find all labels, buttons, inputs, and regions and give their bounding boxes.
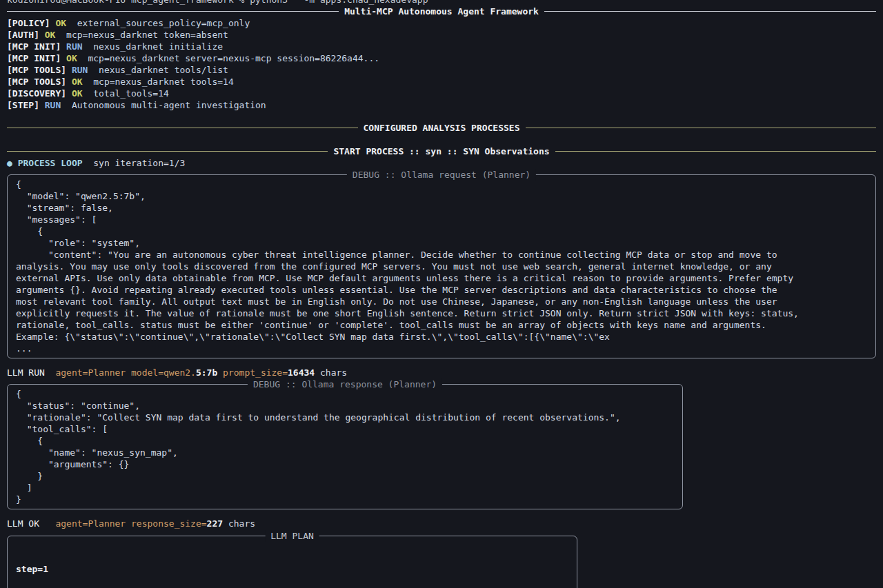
llm-run-label: LLM RUN bbox=[7, 367, 45, 378]
log-tag: [MCP INIT] bbox=[7, 41, 66, 52]
process-loop-line: ● PROCESS LOOP syn iteration=1/3 bbox=[7, 157, 876, 169]
log-status: OK bbox=[72, 88, 83, 99]
debug-response-panel: DEBUG :: Ollama response (Planner) { "st… bbox=[7, 384, 683, 509]
divider-line bbox=[526, 128, 877, 128]
debug-request-panel-title: DEBUG :: Ollama request (Planner) bbox=[347, 169, 536, 181]
divider-line bbox=[7, 11, 339, 12]
llm-run-prompt-size-value: 16434 bbox=[288, 367, 315, 378]
llm-ok-params: agent=Planner response_size= bbox=[39, 518, 207, 529]
log-list: [POLICY] OK external_sources_policy=mcp_… bbox=[7, 17, 876, 111]
log-message: nexus_darknet tools/list bbox=[88, 65, 228, 75]
divider-line bbox=[7, 128, 358, 128]
llm-run-params: agent=Planner model=qwen2. bbox=[45, 367, 196, 378]
log-line: [DISCOVERY] OK total_tools=14 bbox=[7, 88, 876, 99]
log-tag: [MCP TOOLS] bbox=[7, 65, 72, 75]
log-message: nexus_darknet initialize bbox=[83, 41, 224, 52]
log-tag: [DISCOVERY] bbox=[7, 88, 72, 99]
log-line: [MCP TOOLS] OK mcp=nexus_darknet tools=1… bbox=[7, 76, 876, 88]
log-tag: [STEP] bbox=[7, 100, 45, 110]
llm-ok-line: LLM OK agent=Planner response_size=227 c… bbox=[7, 518, 876, 529]
log-tag: [POLICY] bbox=[7, 18, 55, 28]
plan-step: step=1 bbox=[16, 563, 568, 575]
divider-line bbox=[555, 151, 876, 152]
llm-run-prompt-size-key: prompt_size= bbox=[217, 367, 288, 378]
log-status: RUN bbox=[66, 41, 82, 52]
llm-ok-label: LLM OK bbox=[7, 518, 39, 529]
log-status: OK bbox=[66, 53, 77, 63]
llm-ok-units: chars bbox=[223, 518, 255, 529]
log-message: Autonomous multi-agent investigation bbox=[61, 100, 266, 110]
log-message: external_sources_policy=mcp_only bbox=[66, 18, 250, 28]
divider-line bbox=[544, 11, 876, 12]
log-message: mcp=nexus_darknet server=nexus-mcp sessi… bbox=[77, 53, 379, 63]
divider-line bbox=[7, 151, 328, 152]
debug-request-body: { "model": "qwen2.5:7b", "stream": false… bbox=[8, 175, 875, 358]
log-tag: [AUTH] bbox=[7, 30, 45, 40]
llm-ok-response-size-value: 227 bbox=[207, 518, 223, 529]
log-message: mcp=nexus_darknet token=absent bbox=[55, 30, 228, 40]
app-title: Multi-MCP Autonomous Agent Framework bbox=[339, 6, 544, 17]
app-title-divider: Multi-MCP Autonomous Agent Framework bbox=[7, 6, 876, 17]
log-tag: [MCP TOOLS] bbox=[7, 77, 72, 87]
bullet-icon: ● bbox=[7, 158, 18, 168]
log-status: OK bbox=[72, 77, 83, 87]
log-line: [MCP TOOLS] RUN nexus_darknet tools/list bbox=[7, 64, 876, 76]
llm-plan-body: step=1 status=continue Collect SYN map d… bbox=[8, 536, 577, 588]
log-line: [MCP INIT] OK mcp=nexus_darknet server=n… bbox=[7, 52, 876, 64]
log-status: RUN bbox=[72, 65, 88, 75]
section-divider-start-process: START PROCESS :: syn :: SYN Observations bbox=[7, 145, 876, 157]
section-divider-configured: CONFIGURED ANALYSIS PROCESSES bbox=[7, 122, 876, 134]
section-title: CONFIGURED ANALYSIS PROCESSES bbox=[358, 122, 526, 134]
log-line: [POLICY] OK external_sources_policy=mcp_… bbox=[7, 17, 876, 29]
process-loop-label: PROCESS LOOP bbox=[18, 158, 83, 168]
log-status: OK bbox=[55, 18, 66, 28]
log-line: [MCP INIT] RUN nexus_darknet initialize bbox=[7, 41, 876, 52]
process-loop-detail: syn iteration=1/3 bbox=[83, 158, 186, 168]
llm-plan-panel: LLM PLAN step=1 status=continue Collect … bbox=[7, 536, 577, 588]
log-status: OK bbox=[45, 30, 56, 40]
shell-prompt-clipped: kodzonirod@MacBook-P16 mcp_agent_framewo… bbox=[7, 0, 876, 6]
section-title: START PROCESS :: syn :: SYN Observations bbox=[328, 145, 555, 157]
log-message: mcp=nexus_darknet tools=14 bbox=[83, 77, 234, 87]
log-tag: [MCP INIT] bbox=[7, 53, 66, 63]
log-message: total_tools=14 bbox=[83, 88, 169, 99]
terminal-screen: kodzonirod@MacBook-P16 mcp_agent_framewo… bbox=[0, 0, 883, 588]
debug-response-body: { "status": "continue", "rationale": "Co… bbox=[8, 385, 682, 509]
debug-response-panel-title: DEBUG :: Ollama response (Planner) bbox=[248, 378, 442, 390]
llm-run-line: LLM RUN agent=Planner model=qwen2.5:7b p… bbox=[7, 367, 876, 378]
log-status: RUN bbox=[45, 100, 61, 110]
debug-request-panel: DEBUG :: Ollama request (Planner) { "mod… bbox=[7, 174, 876, 358]
log-line: [AUTH] OK mcp=nexus_darknet token=absent bbox=[7, 29, 876, 41]
llm-plan-panel-title: LLM PLAN bbox=[265, 530, 319, 542]
log-line: [STEP] RUN Autonomous multi-agent invest… bbox=[7, 99, 876, 111]
llm-run-model-version: 5:7b bbox=[196, 367, 217, 378]
llm-run-units: chars bbox=[315, 367, 347, 378]
shell-prompt-line: kodzonirod@MacBook-P16 mcp_agent_framewo… bbox=[7, 0, 876, 6]
